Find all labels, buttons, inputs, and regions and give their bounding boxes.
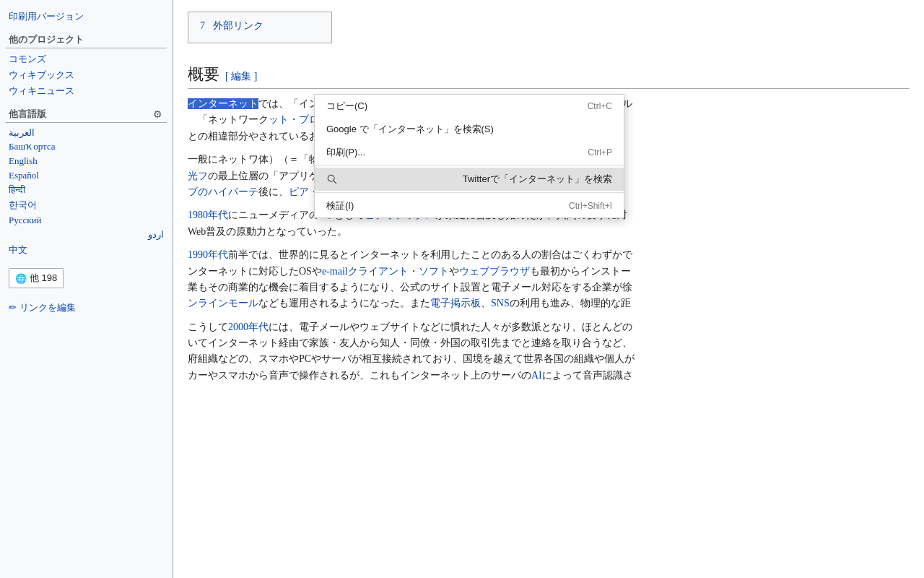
section-edit-link[interactable]: [ 編集 ] [225, 70, 257, 83]
lang-korean[interactable]: 한국어 [6, 197, 167, 213]
ctx-inspect[interactable]: 検証(I) Ctrl+Shift+I [315, 194, 624, 217]
year-1990-link[interactable]: 1990年代 [188, 249, 228, 260]
languages-section: 他言語版 ⚙ العربية Башҡортса English Español… [0, 102, 173, 261]
ctx-copy-label: コピー(C) [326, 100, 367, 113]
paragraph-4: 1990年代前半では、世界的に見るとインターネットを利用したことのある人の割合は… [188, 247, 910, 312]
toc-link-7[interactable]: 7 外部リンク [200, 20, 263, 31]
print-version-section: 印刷用バージョン [0, 6, 173, 27]
para2-link2[interactable]: ブのハイパーテ [188, 186, 258, 197]
edit-links-label: リンクを編集 [19, 301, 76, 314]
ctx-twitter-search-label: Twitterで「インターネット」を検索 [463, 173, 612, 186]
paragraph-5: こうして2000年代には、電子メールやウェブサイトなどに慣れた人々が多数派となり… [188, 319, 910, 384]
ctx-print-shortcut: Ctrl+P [588, 147, 612, 158]
year-1980-link[interactable]: 1980年代 [188, 210, 228, 220]
other-langs-btn-section: 🌐 他 198 [0, 261, 173, 296]
gear-icon[interactable]: ⚙ [151, 108, 164, 121]
ctx-google-search-label: Google で「インターネット」を検索(S) [326, 123, 494, 136]
toc-item-7: 7 外部リンク [200, 20, 320, 33]
lang-arabic[interactable]: العربية [6, 126, 167, 139]
edit-links-section: ✏ リンクを編集 [0, 296, 173, 320]
ctx-divider-1 [315, 165, 624, 166]
lang-hindi[interactable]: हिन्दी [6, 183, 167, 197]
lang-spanish[interactable]: Español [6, 168, 167, 183]
wikibooks-link[interactable]: ウィキブックス [6, 67, 167, 83]
section-title: 概要 [188, 64, 219, 85]
lang-section-header: 他言語版 ⚙ [6, 105, 167, 123]
ctx-copy-shortcut: Ctrl+C [588, 101, 612, 111]
toc-number-7: 7 [200, 20, 205, 31]
edit-links-row[interactable]: ✏ リンクを編集 [6, 298, 167, 317]
lang-chinese[interactable]: 中文 [6, 242, 167, 258]
lang-english[interactable]: English [6, 154, 167, 168]
toc-box: 7 外部リンク [188, 12, 332, 43]
other-projects-heading: 他のプロジェクト [6, 30, 167, 48]
ctx-twitter-search[interactable]: Twitterで「インターネット」を検索 [315, 168, 624, 191]
sidebar: 印刷用バージョン 他のプロジェクト コモンズ ウィキブックス ウィキニュース 他… [0, 0, 173, 578]
ai-link[interactable]: AI [531, 370, 542, 381]
section-heading-overview: 概要 [ 編集 ] [188, 64, 910, 89]
pencil-icon: ✏ [9, 302, 17, 314]
ctx-inspect-shortcut: Ctrl+Shift+I [569, 201, 612, 211]
ctx-copy[interactable]: コピー(C) Ctrl+C [315, 95, 624, 118]
online-mall-link[interactable]: ンラインモール [188, 298, 258, 309]
browser-link[interactable]: ウェブブラウザ [459, 266, 530, 277]
other-languages-heading: 他言語版 [9, 108, 46, 121]
para2-link1[interactable]: 光フ [188, 171, 208, 181]
ctx-print[interactable]: 印刷(P)... Ctrl+P [315, 141, 624, 164]
search-icon [326, 173, 338, 185]
other-langs-count: 他 198 [30, 272, 57, 285]
main-content: 7 外部リンク 概要 [ 編集 ] インターネットでは、「インターネット・プロト… [173, 0, 924, 578]
ctx-inspect-label: 検証(I) [326, 199, 354, 212]
context-menu: コピー(C) Ctrl+C Google で「インターネット」を検索(S) 印刷… [314, 94, 624, 218]
bbs-link[interactable]: 電子掲示板 [430, 298, 481, 309]
print-version-link[interactable]: 印刷用バージョン [6, 9, 167, 25]
svg-line-1 [334, 181, 336, 184]
lang-urdu[interactable]: اردو [6, 228, 167, 242]
wikinews-link[interactable]: ウィキニュース [6, 83, 167, 99]
lang-bashkortostan[interactable]: Башҡортса [6, 139, 167, 154]
year-2000-link[interactable]: 2000年代 [228, 322, 269, 332]
toc-text-7: 外部リンク [213, 20, 263, 31]
email-link[interactable]: e-mailクライアント・ソフト [322, 266, 449, 277]
lang-russian[interactable]: Русский [6, 213, 167, 228]
ctx-divider-2 [315, 192, 624, 193]
ctx-google-search[interactable]: Google で「インターネット」を検索(S) [315, 118, 624, 141]
other-projects-section: 他のプロジェクト コモンズ ウィキブックス ウィキニュース [0, 27, 173, 102]
other-langs-button[interactable]: 🌐 他 198 [9, 268, 64, 288]
ctx-print-label: 印刷(P)... [326, 146, 365, 159]
sns-link[interactable]: SNS [491, 298, 510, 309]
internet-highlight[interactable]: インターネット [188, 98, 258, 109]
commons-link[interactable]: コモンズ [6, 51, 167, 67]
